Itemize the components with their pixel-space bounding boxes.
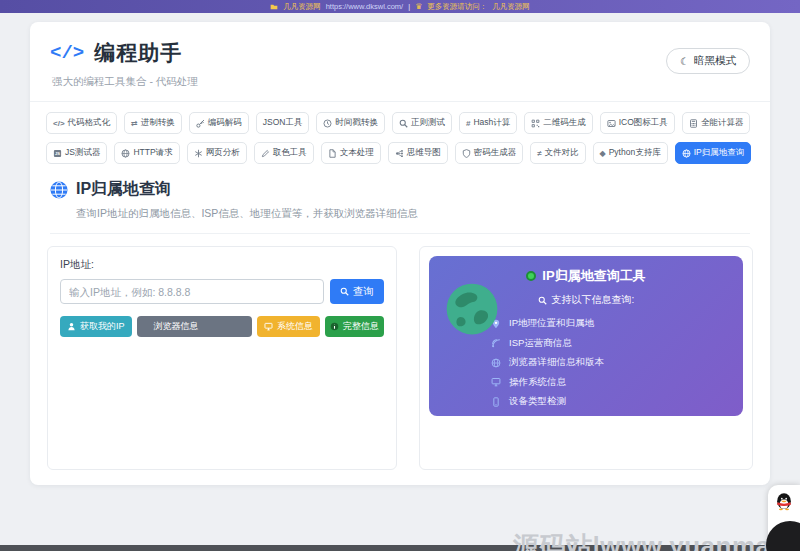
pen-icon: [261, 149, 270, 158]
ip-input[interactable]: [60, 279, 324, 304]
qr-icon: [531, 119, 540, 128]
feature-item: 浏览器详细信息和版本: [491, 356, 743, 369]
section-subtitle: 查询IP地址的归属地信息、ISP信息、地理位置等，并获取浏览器详细信息: [76, 207, 750, 221]
ip-lookup-section: IP归属地查询 查询IP地址的归属地信息、ISP信息、地理位置等，并获取浏览器详…: [30, 166, 770, 234]
tab-regex-test[interactable]: 正则测试: [392, 112, 452, 134]
full-info-button[interactable]: 完整信息: [325, 316, 384, 337]
app-subtitle: 强大的编程工具集合 - 代码处理: [52, 75, 750, 89]
announcement-bar: 几凡资源网 https://www.dkswl.com/ | ♛ 更多资源请访问…: [0, 0, 800, 13]
tab-label: ICO图标工具: [619, 117, 668, 129]
more-resources-label: 更多资源请访问：: [427, 2, 487, 12]
tab-label: JSON工具: [263, 117, 303, 129]
tab-label: HTTP请求: [133, 147, 172, 159]
more-site-link[interactable]: 几凡资源网: [492, 2, 530, 12]
tab-http-request[interactable]: HTTP请求: [114, 142, 179, 164]
glyph-icon: ⇄: [131, 119, 138, 128]
tab-color-picker[interactable]: 取色工具: [254, 142, 314, 164]
tab-label: 二维码生成: [543, 117, 586, 129]
clock-icon: [323, 119, 332, 128]
mindmap-icon: [395, 149, 404, 158]
tab-password-gen[interactable]: 密码生成器: [455, 142, 524, 164]
tab-js-tester[interactable]: JS测试器: [46, 142, 107, 164]
tab-label: 文本处理: [340, 147, 374, 159]
card-header: </> 编程助手 强大的编程工具集合 - 代码处理 ☾ 暗黑模式: [30, 22, 770, 102]
tab-base-convert[interactable]: ⇄进制转换: [124, 112, 182, 134]
ip-address-label: IP地址:: [60, 258, 384, 272]
monitor-icon: [491, 377, 501, 387]
tab-web-analyze[interactable]: 网页分析: [187, 142, 247, 164]
section-title: IP归属地查询: [76, 179, 171, 200]
tab-python-lib[interactable]: ◆Python支持库: [593, 142, 668, 164]
tab-qrcode[interactable]: 二维码生成: [524, 112, 593, 134]
get-my-ip-button[interactable]: 获取我的IP: [60, 316, 132, 337]
system-info-button[interactable]: 系统信息: [257, 316, 320, 337]
folder-icon: [270, 3, 278, 11]
tab-label: Python支持库: [609, 147, 661, 159]
tab-encode-decode[interactable]: 编码解码: [189, 112, 249, 134]
site-name: 几凡资源网: [283, 2, 321, 12]
search-icon: [538, 296, 547, 305]
tab-label: 正则测试: [411, 117, 445, 129]
status-dot-icon: [526, 271, 536, 281]
feature-label: 设备类型检测: [509, 395, 566, 408]
moon-icon: ☾: [680, 56, 689, 67]
feature-item: 操作系统信息: [491, 376, 743, 389]
feature-label: 操作系统信息: [509, 376, 566, 389]
tab-label: 时间戳转换: [335, 117, 378, 129]
glyph-icon: ≠: [537, 149, 541, 158]
main-card: </> 编程助手 强大的编程工具集合 - 代码处理 ☾ 暗黑模式 </>代码格式…: [30, 22, 770, 485]
info-panel: IP归属地查询工具 支持以下信息查询: IP地理位置和归属地ISP运营商信息浏览…: [419, 246, 753, 470]
app-title: 编程助手: [94, 39, 182, 67]
promo-subtitle: 支持以下信息查询:: [552, 293, 635, 307]
tab-ip-lookup[interactable]: IP归属地查询: [675, 142, 752, 164]
tab-ico-tools[interactable]: ICO图标工具: [600, 112, 675, 134]
image-icon: [607, 119, 616, 128]
glyph-icon: #: [466, 119, 470, 128]
promo-title: IP归属地查询工具: [542, 267, 645, 285]
search-icon: [399, 119, 408, 128]
earth-icon: [444, 281, 500, 337]
feature-item: ISP运营商信息: [491, 337, 743, 350]
watermark-text: 源码站|www.yuanmaz.co: [513, 529, 800, 551]
tab-label: 思维导图: [407, 147, 441, 159]
feature-list: IP地理位置和归属地ISP运营商信息浏览器详细信息和版本操作系统信息设备类型检测: [491, 317, 743, 408]
key-icon: [196, 119, 205, 128]
glyph-icon: </>: [53, 119, 65, 128]
feature-label: ISP运营商信息: [509, 337, 572, 350]
person-icon: [67, 322, 76, 331]
code-logo-icon: </>: [50, 42, 84, 64]
tab-label: 进制转换: [141, 117, 175, 129]
tab-label: Hash计算: [473, 117, 510, 129]
glyph-icon: ◆: [600, 149, 606, 158]
tab-label: 编码解码: [208, 117, 242, 129]
promo-card: IP归属地查询工具 支持以下信息查询: IP地理位置和归属地ISP运营商信息浏览…: [429, 256, 743, 416]
browser-info-button[interactable]: 浏览器信息: [137, 316, 252, 337]
tab-label: JS测试器: [65, 147, 100, 159]
shield-icon: [462, 149, 471, 158]
tab-json-tools[interactable]: JSON工具: [256, 112, 310, 134]
site-url-link[interactable]: https://www.dkswl.com/: [326, 2, 404, 11]
dark-mode-button[interactable]: ☾ 暗黑模式: [666, 48, 750, 74]
tab-label: 全能计算器: [701, 117, 744, 129]
info-icon: [330, 322, 339, 331]
tab-mindmap[interactable]: 思维导图: [388, 142, 448, 164]
tab-text-process[interactable]: 文本处理: [321, 142, 381, 164]
tab-label: 网页分析: [206, 147, 240, 159]
tab-timestamp[interactable]: 时间戳转换: [316, 112, 385, 134]
topbar-divider: |: [408, 2, 410, 11]
file-icon: [328, 149, 337, 158]
tab-label: 密码生成器: [474, 147, 517, 159]
tab-hash-calc[interactable]: #Hash计算: [459, 112, 517, 134]
qq-penguin-icon: [774, 492, 794, 512]
tab-code-format[interactable]: </>代码格式化: [46, 112, 117, 134]
signal-icon: [491, 338, 501, 348]
search-button[interactable]: 查询: [330, 279, 384, 304]
crown-icon: ♛: [415, 2, 422, 11]
feature-item: IP地理位置和归属地: [491, 317, 743, 330]
tab-calculator[interactable]: 全能计算器: [682, 112, 751, 134]
globe-icon: [491, 358, 501, 368]
tab-file-diff[interactable]: ≠文件对比: [530, 142, 585, 164]
query-panel: IP地址: 查询 获取我的IP 浏览器信息 系统信息: [47, 246, 397, 470]
feature-label: IP地理位置和归属地: [509, 317, 594, 330]
tab-label: IP归属地查询: [694, 147, 745, 159]
